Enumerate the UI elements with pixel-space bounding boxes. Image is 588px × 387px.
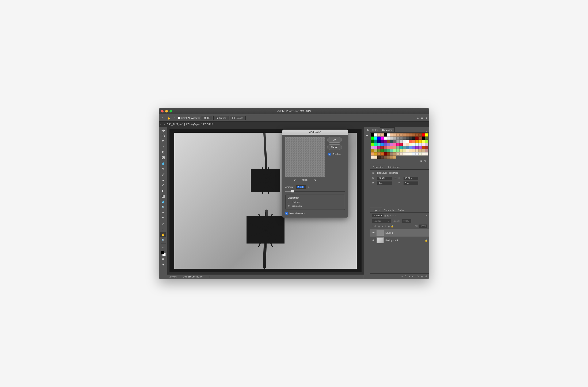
swatch[interactable]	[396, 133, 399, 137]
swatch[interactable]	[387, 133, 390, 137]
gradient-tool[interactable]	[160, 194, 166, 199]
swatch[interactable]	[409, 140, 412, 143]
swatch[interactable]	[425, 137, 428, 140]
swatch[interactable]	[396, 143, 399, 146]
swatch[interactable]	[425, 149, 428, 152]
visibility-eye-icon[interactable]: 👁	[372, 231, 375, 234]
zoom-out-icon[interactable]: ⊖	[294, 179, 296, 181]
status-zoom[interactable]: 27.93%	[169, 276, 177, 278]
swatch[interactable]	[396, 140, 399, 143]
swatch[interactable]	[377, 143, 380, 146]
swatch[interactable]	[409, 149, 412, 152]
swatch[interactable]	[422, 149, 425, 152]
quick-mask-icon[interactable]: ◙	[160, 256, 166, 262]
swatch[interactable]	[415, 137, 419, 140]
swatch[interactable]	[377, 140, 380, 143]
swatch[interactable]	[399, 137, 403, 140]
swatch[interactable]	[419, 149, 422, 152]
swatch[interactable]	[406, 137, 409, 140]
layer-row[interactable]: 👁Background🔒	[370, 237, 429, 244]
swatch[interactable]	[374, 149, 377, 152]
swatch[interactable]	[403, 143, 406, 146]
layer-thumbnail[interactable]	[377, 230, 384, 236]
swatch[interactable]	[399, 152, 403, 156]
swatch[interactable]	[406, 149, 409, 152]
properties-panel-menu-icon[interactable]: ≡	[424, 167, 429, 169]
swatch[interactable]	[374, 152, 377, 156]
cancel-button[interactable]: Cancel	[327, 144, 342, 150]
swatch[interactable]	[387, 152, 390, 156]
status-expand-icon[interactable]: ▸	[209, 276, 210, 278]
swatch[interactable]	[377, 156, 380, 159]
swatch[interactable]	[393, 143, 396, 146]
tab-properties[interactable]: Properties	[370, 164, 385, 169]
swatch[interactable]	[384, 140, 387, 143]
eyedropper-tool[interactable]: 💧	[160, 161, 166, 166]
swatch[interactable]	[390, 137, 393, 140]
swatch[interactable]	[396, 149, 399, 152]
swatch[interactable]	[422, 152, 425, 156]
monochromatic-checkbox[interactable]: ✓ Monochromatic	[285, 212, 345, 215]
swatch[interactable]	[409, 152, 412, 156]
swatch[interactable]	[406, 146, 409, 149]
zoom-in-icon[interactable]: ⊕	[314, 179, 316, 181]
layer-thumbnail[interactable]	[377, 237, 384, 243]
swatch[interactable]	[374, 137, 377, 140]
swatch[interactable]	[409, 137, 412, 140]
swatch[interactable]	[399, 146, 403, 149]
preview-checkbox[interactable]: ✓ Preview	[328, 153, 341, 156]
prop-y[interactable]: 0 px	[403, 182, 418, 185]
swatch[interactable]	[399, 143, 403, 146]
scroll-all-checkbox-input[interactable]	[178, 117, 180, 119]
swatch[interactable]	[393, 146, 396, 149]
swatch[interactable]	[371, 152, 374, 156]
tab-color[interactable]: Color	[370, 128, 380, 132]
swatch[interactable]	[374, 140, 377, 143]
pen-tool[interactable]: ✒	[160, 210, 166, 215]
prop-x[interactable]: 0 px	[377, 182, 392, 185]
swatch[interactable]	[393, 152, 396, 156]
swatch[interactable]	[422, 143, 425, 146]
swatches-panel-menu-icon[interactable]: ≡	[424, 130, 429, 132]
swatch[interactable]	[380, 137, 384, 140]
layer-name[interactable]: Background	[385, 239, 423, 242]
swatch[interactable]	[380, 149, 384, 152]
marquee-tool[interactable]	[160, 133, 166, 138]
swatch[interactable]	[384, 133, 387, 137]
swatch[interactable]	[390, 146, 393, 149]
new-swatch-icon[interactable]: ▣	[420, 160, 422, 162]
swatch[interactable]	[371, 146, 374, 149]
minimize-window-button[interactable]	[165, 110, 168, 112]
filter-smart-icon[interactable]: ▫	[395, 214, 396, 217]
group-icon[interactable]: 🗀	[416, 275, 419, 278]
crop-tool[interactable]	[160, 150, 166, 155]
link-dimensions-icon[interactable]: ⟲	[393, 177, 397, 180]
swatch[interactable]	[412, 140, 415, 143]
hand-tool[interactable]: ✋	[160, 232, 166, 237]
swatch[interactable]	[371, 137, 374, 140]
swatch[interactable]	[396, 137, 399, 140]
zoom-100-button[interactable]: 100%	[202, 116, 212, 120]
workspace-icon[interactable]: ▭	[421, 116, 423, 120]
layer-style-icon[interactable]: fx	[405, 275, 407, 278]
history-brush-tool[interactable]: ↺	[160, 183, 166, 188]
layer-filter-kind[interactable]: ⌕ Kind ▾	[372, 214, 383, 217]
layer-row[interactable]: 👁Layer 1	[370, 229, 429, 237]
dodge-tool[interactable]: 🔍	[160, 205, 166, 210]
swatch[interactable]	[409, 133, 412, 137]
adjustment-layer-icon[interactable]: ◐	[412, 275, 414, 278]
swatch[interactable]	[371, 143, 374, 146]
clone-stamp-tool[interactable]: ▲	[160, 177, 166, 182]
noise-preview[interactable]	[285, 137, 325, 177]
amount-input[interactable]: 25.98	[296, 185, 306, 189]
uniform-radio[interactable]: Uniform	[288, 200, 342, 204]
foreground-background-colors[interactable]	[161, 251, 166, 256]
swatch[interactable]	[425, 143, 428, 146]
swatch[interactable]	[422, 146, 425, 149]
swatch[interactable]	[412, 137, 415, 140]
eraser-tool[interactable]: ◧	[160, 188, 166, 193]
prop-width[interactable]: 21.37 in	[377, 177, 392, 180]
quick-selection-tool[interactable]: ✦	[160, 144, 166, 149]
swatch[interactable]	[409, 146, 412, 149]
layer-name[interactable]: Layer 1	[385, 231, 427, 234]
